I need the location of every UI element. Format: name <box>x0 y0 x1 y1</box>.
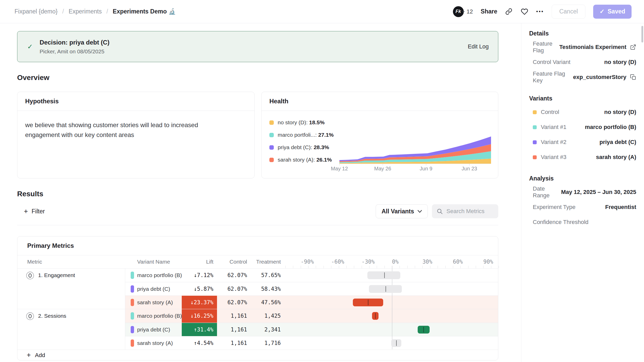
cancel-button[interactable]: Cancel <box>552 5 585 19</box>
saved-button-label: Saved <box>608 8 625 15</box>
add-filter-button[interactable]: + Filter <box>17 207 45 215</box>
confidence-plot <box>285 269 498 282</box>
favorite-icon[interactable] <box>521 8 528 16</box>
sidebar-value: no story (D) <box>604 59 636 66</box>
breadcrumb-project[interactable]: Fixpanel {demo} <box>15 8 58 15</box>
table-row[interactable]: sarah story (A)↓23.37%62.07%47.56% <box>125 295 498 309</box>
collaborator-count[interactable]: + 12 <box>462 8 473 15</box>
chart-baseline <box>339 164 491 164</box>
sidebar-row: Feature Flag Keyexp_customerStory <box>529 70 636 85</box>
copy-link-icon[interactable] <box>505 8 513 16</box>
results-heading: Results <box>17 190 521 198</box>
variant-name: priya debt (C) <box>137 327 170 333</box>
control-value: 62.07% <box>218 299 247 306</box>
variant-color-swatch <box>131 272 134 279</box>
legend-item: sarah story (A): 26.1% <box>269 157 334 163</box>
sidebar-value: Frequentist <box>605 204 636 211</box>
health-chart <box>339 136 491 164</box>
saved-check-icon: ✓ <box>599 8 604 15</box>
variants-dropdown-value: All Variants <box>382 208 414 215</box>
confidence-plot <box>285 336 498 350</box>
x-tick-label: Jun 23 <box>461 166 477 172</box>
sidebar-label: Variant #3 <box>533 154 566 161</box>
metric-name: 1. Engagement <box>38 272 75 278</box>
column-metric: Metric <box>27 259 42 265</box>
table-header: Metric Variant Name Lift Control Treatme… <box>17 255 498 268</box>
main-content: ✓ Decision: priya debt (C) Picker, Amit … <box>0 23 521 362</box>
legend-item: priya debt (C): 28.3% <box>269 144 334 150</box>
metric-cell[interactable]: 1. Engagement <box>17 269 125 309</box>
variant-color-swatch <box>533 125 537 129</box>
table-row[interactable]: priya debt (C)↓5.87%62.07%58.43% <box>125 282 498 295</box>
sidebar-row: Control Variantno story (D) <box>529 55 636 70</box>
breadcrumb-separator: / <box>106 8 108 15</box>
treatment-value: 57.65% <box>249 272 281 278</box>
x-tick-label: Jun 9 <box>420 166 432 172</box>
plus-icon: + <box>27 351 31 359</box>
axis-label: -60% <box>331 259 344 265</box>
table-row[interactable]: priya debt (C)↑31.4%1,1612,341 <box>125 323 498 336</box>
sidebar-row: Date RangeMay 12, 2025 – Jun 30, 2025 <box>529 185 636 200</box>
legend-swatch <box>269 120 274 125</box>
decision-title: Decision: priya debt (C) <box>40 39 109 46</box>
sidebar-label: Variant #2 <box>533 139 566 146</box>
table-row[interactable]: marco portfolio (B)↓7.12%62.07%57.65% <box>125 269 498 282</box>
saved-button[interactable]: ✓ Saved <box>593 5 632 19</box>
check-icon: ✓ <box>27 43 33 51</box>
breadcrumb-current: Experiments Demo 🔬 <box>113 8 176 15</box>
lift-value: ↑31.4% <box>182 323 217 336</box>
confidence-interval-bar[interactable] <box>367 271 400 279</box>
x-tick-mark <box>339 164 340 165</box>
axis-label: -90% <box>301 259 314 265</box>
hypothesis-card: Hypothesis we believe that showing custo… <box>17 92 255 178</box>
search-icon <box>437 208 443 214</box>
hypothesis-title: Hypothesis <box>25 98 59 105</box>
sidebar-value[interactable]: Testimonials Experiment <box>559 44 636 50</box>
confidence-plot <box>285 282 498 295</box>
analysis-title: Analysis <box>529 175 636 182</box>
health-title: Health <box>269 98 288 105</box>
sidebar-label: Variant #1 <box>533 124 566 131</box>
breadcrumb-experiments[interactable]: Experiments <box>69 8 102 15</box>
metric-group: 2. Sessionsmarco portfolio (B)↓16.25%1,1… <box>17 309 498 350</box>
sidebar-value[interactable]: exp_customerStory <box>573 74 636 81</box>
legend-label: marco portfoli...: 27.1% <box>278 132 334 138</box>
axis-label: 60% <box>453 259 463 265</box>
sidebar-row: Confidence Threshold <box>529 215 636 230</box>
legend-swatch <box>269 145 274 150</box>
sidebar-row: Variant #2priya debt (C) <box>529 135 636 150</box>
filter-label: Filter <box>32 208 45 215</box>
variant-name: sarah story (A) <box>137 299 173 306</box>
variant-name: sarah story (A) <box>137 340 173 346</box>
copy-icon[interactable] <box>630 74 636 80</box>
sidebar-row: Variant #3sarah story (A) <box>529 150 636 165</box>
sidebar-row: Controlno story (D) <box>529 105 636 120</box>
external-link-icon[interactable] <box>630 44 636 50</box>
search-metrics-input[interactable] <box>446 208 491 215</box>
sidebar-label: Feature Flag <box>533 40 559 54</box>
confidence-plot <box>285 309 498 323</box>
variants-title: Variants <box>529 95 636 102</box>
edit-log-button[interactable]: Edit Log <box>468 43 489 50</box>
variant-name: marco portfolio (B) <box>137 272 182 278</box>
x-tick-mark <box>426 164 426 165</box>
more-menu-button[interactable]: ••• <box>536 9 544 15</box>
sidebar-row: Feature FlagTestimonials Experiment <box>529 40 636 55</box>
metric-group: 1. Engagementmarco portfolio (B)↓7.12%62… <box>17 268 498 309</box>
lift-value: ↓7.12% <box>182 269 217 282</box>
lift-marker <box>423 327 424 332</box>
sidebar-value: sarah story (A) <box>596 154 636 161</box>
add-metric-button[interactable]: + Add <box>17 350 498 360</box>
lift-marker <box>384 272 385 278</box>
confidence-plot <box>285 296 498 309</box>
analysis-section: Analysis Date RangeMay 12, 2025 – Jun 30… <box>529 175 636 230</box>
search-metrics-box[interactable] <box>432 204 498 218</box>
table-row[interactable]: marco portfolio (B)↓16.25%1,1611,425 <box>125 309 498 323</box>
share-button[interactable]: Share <box>481 8 497 15</box>
scrollbar-thumb[interactable] <box>641 26 643 42</box>
treatment-value: 1,425 <box>249 313 281 319</box>
variants-dropdown[interactable]: All Variants <box>376 204 428 218</box>
metric-cell[interactable]: 2. Sessions <box>17 309 125 350</box>
table-row[interactable]: sarah story (A)↑4.54%1,1611,716 <box>125 336 498 350</box>
column-lift: Lift <box>182 259 213 265</box>
